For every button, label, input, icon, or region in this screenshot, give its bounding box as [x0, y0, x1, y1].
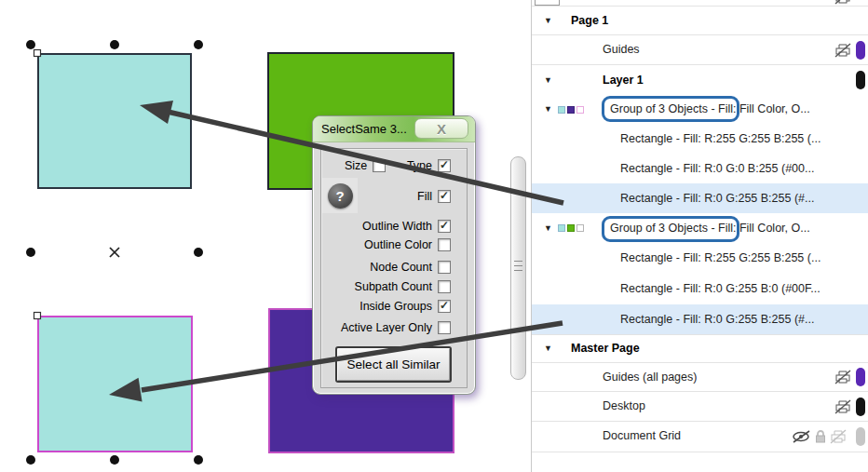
layer-color-pill[interactable] — [856, 427, 865, 446]
master-page-label: Master Page — [571, 335, 640, 362]
subpath-count-checkbox[interactable] — [438, 280, 451, 293]
non-printable-icon[interactable] — [830, 429, 847, 444]
row-guides-all-pages[interactable]: Guides (all pages) — [532, 363, 868, 391]
hidden-eye-icon[interactable] — [792, 429, 811, 444]
row-desktop[interactable]: Desktop — [532, 392, 868, 421]
active-layer-only-checkbox[interactable] — [438, 321, 451, 334]
rect-label: Rectangle - Fill: R:0 G:255 B:0 (#00F... — [620, 274, 821, 304]
guides-all-pages-label: Guides (all pages) — [603, 363, 697, 391]
collapse-triangle-icon[interactable]: ▼ — [544, 95, 552, 124]
mini-swatch-purple — [567, 106, 575, 114]
row-document-grid[interactable]: Document Grid — [532, 422, 868, 451]
subpath-count-label: Subpath Count — [355, 280, 432, 293]
row-rect-green[interactable]: Rectangle - Fill: R:0 G:255 B:0 (#00F... — [532, 274, 868, 304]
document-grid-label: Document Grid — [603, 422, 681, 451]
layer-color-pill[interactable] — [856, 368, 865, 386]
rect-label: Rectangle - Fill: R:255 G:255 B:255 (... — [620, 243, 821, 274]
close-icon: X — [437, 122, 446, 136]
docker-splitter-handle[interactable] — [510, 156, 526, 380]
layer-color-pill[interactable] — [856, 71, 865, 89]
mini-swatch-cyan — [558, 106, 565, 114]
selection-center-marker-icon[interactable] — [110, 248, 119, 257]
layer-color-pill[interactable] — [856, 41, 865, 60]
page-1-label: Page 1 — [571, 7, 608, 34]
lock-icon[interactable] — [814, 429, 827, 444]
grip-icon — [514, 261, 522, 274]
row-rect-white-1[interactable]: Rectangle - Fill: R:255 G:255 B:255 (... — [532, 124, 868, 154]
group-2-callout-box — [602, 216, 739, 242]
help-icon-background: ? — [322, 178, 358, 213]
row-rect-cyan-1[interactable]: Rectangle - Fill: R:0 G:255 B:255 (#... — [532, 183, 868, 213]
desktop-label: Desktop — [603, 392, 645, 421]
fill-checkbox[interactable]: ✓ — [438, 190, 451, 203]
rect-label: Rectangle - Fill: R:0 G:255 B:255 (#... — [620, 183, 814, 213]
layer-1-label: Layer 1 — [603, 65, 644, 95]
rect-label: Rectangle - Fill: R:255 G:255 B:255 (... — [620, 124, 821, 154]
collapse-triangle-icon[interactable]: ▼ — [544, 7, 552, 34]
dialog-title: SelectSame 3... — [321, 116, 407, 142]
mini-swatch-white — [576, 224, 584, 232]
mini-swatch-green — [567, 224, 575, 232]
row-master-page[interactable]: ▼ Master Page — [532, 335, 868, 362]
row-page-1[interactable]: ▼ Page 1 — [532, 7, 868, 34]
row-layer-1[interactable]: ▼ Layer 1 — [532, 65, 868, 95]
non-printable-icon[interactable] — [834, 399, 851, 414]
collapse-triangle-icon[interactable]: ▼ — [544, 213, 552, 243]
app-window: SelectSame 3... X Size Type ✓ Fill ✓ Out… — [0, 0, 868, 472]
canvas-rect-cyan-top[interactable] — [37, 53, 192, 189]
layer-color-pill[interactable] — [856, 398, 865, 416]
active-layer-only-label: Active Layer Only — [341, 321, 432, 334]
outline-color-checkbox[interactable] — [438, 238, 451, 251]
select-all-similar-button[interactable]: Select all Similar — [335, 346, 452, 383]
type-checkbox[interactable]: ✓ — [438, 159, 451, 172]
object-manager-panel: ▼ Page 1 Guides ▼ Layer 1 — [531, 0, 868, 472]
inside-groups-checkbox[interactable]: ✓ — [438, 300, 451, 313]
rect-label: Rectangle - Fill: R:0 G:255 B:255 (#... — [620, 304, 814, 334]
node-count-checkbox[interactable] — [438, 261, 451, 274]
outline-width-checkbox[interactable]: ✓ — [438, 220, 451, 233]
canvas-rect-cyan-bottom[interactable] — [37, 316, 193, 452]
row-guides[interactable]: Guides — [532, 35, 868, 64]
collapse-triangle-icon[interactable]: ▼ — [544, 65, 552, 95]
non-printable-icon[interactable] — [834, 43, 851, 58]
collapse-triangle-icon[interactable]: ▼ — [544, 335, 552, 362]
mini-swatch-cyan — [558, 224, 565, 232]
row-rect-white-2[interactable]: Rectangle - Fill: R:255 G:255 B:255 (... — [532, 243, 868, 274]
outline-color-label: Outline Color — [364, 238, 432, 251]
fill-label: Fill — [417, 190, 432, 203]
help-icon[interactable]: ? — [328, 183, 353, 209]
dialog-titlebar[interactable]: SelectSame 3... X — [313, 116, 475, 142]
outline-width-label: Outline Width — [362, 220, 432, 233]
rect-label: Rectangle - Fill: R:0 G:0 B:255 (#00... — [620, 154, 814, 183]
inside-groups-label: Inside Groups — [359, 300, 432, 313]
row-rect-cyan-2[interactable]: Rectangle - Fill: R:0 G:255 B:255 (#... — [532, 304, 868, 334]
row-rect-blue[interactable]: Rectangle - Fill: R:0 G:0 B:255 (#00... — [532, 154, 868, 183]
node-count-label: Node Count — [370, 261, 432, 274]
group-1-callout-box — [602, 96, 739, 122]
mini-swatch-white — [576, 106, 584, 114]
type-label: Type — [407, 159, 432, 172]
close-button[interactable]: X — [414, 118, 468, 139]
non-printable-icon[interactable] — [834, 370, 851, 384]
guides-label: Guides — [603, 35, 640, 64]
selectsame-dialog: SelectSame 3... X Size Type ✓ Fill ✓ Out… — [312, 115, 476, 395]
partial-printer-icon — [834, 0, 851, 5]
